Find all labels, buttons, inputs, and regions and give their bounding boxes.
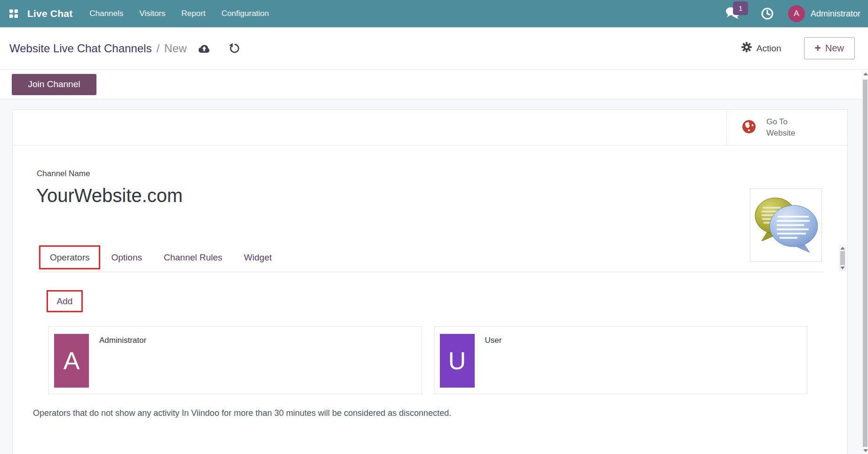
go-to-website-label: Go To Website [766, 116, 805, 139]
scroll-down-arrow-icon[interactable] [840, 267, 845, 269]
new-button[interactable]: + New [804, 37, 855, 59]
speech-bubbles-picture [753, 192, 819, 258]
new-button-label: New [825, 43, 844, 54]
messages-button[interactable]: 1 [725, 6, 740, 21]
operator-name: Administrator [99, 336, 146, 345]
notification-badge: 1 [733, 1, 748, 15]
menu-item-visitors[interactable]: Visitors [139, 9, 165, 18]
channel-name-label: Channel Name [37, 169, 824, 178]
add-operator-row: Add [47, 290, 824, 312]
main-menu: Channels Visitors Report Configuration [89, 9, 269, 18]
user-menu[interactable]: A Administrator [788, 5, 860, 22]
tab-options[interactable]: Options [100, 245, 152, 269]
plus-icon: + [815, 43, 821, 54]
scrollbar-thumb[interactable] [863, 80, 868, 447]
app-title[interactable]: Live Chat [27, 8, 72, 19]
discard-undo-icon[interactable] [228, 43, 239, 54]
menu-item-configuration[interactable]: Configuration [222, 9, 269, 18]
breadcrumb-separator: / [156, 42, 159, 55]
breadcrumb: Website Live Chat Channels / New [9, 42, 239, 55]
add-annotation-box: Add [47, 290, 83, 312]
breadcrumb-parent[interactable]: Website Live Chat Channels [9, 42, 151, 55]
menu-item-report[interactable]: Report [182, 9, 206, 18]
action-menu-button[interactable]: Action [741, 42, 781, 55]
scroll-down-arrow-icon[interactable] [863, 449, 868, 452]
scroll-up-arrow-icon[interactable] [863, 73, 868, 75]
stat-button-box: Go To Website [13, 110, 847, 146]
scroll-up-arrow-icon[interactable] [840, 247, 845, 250]
control-panel-right: Action + New [741, 37, 855, 59]
tab-channel-rules[interactable]: Channel Rules [153, 245, 233, 269]
join-channel-button[interactable]: Join Channel [12, 74, 96, 95]
operator-cards: A Administrator U User [48, 326, 807, 394]
operator-avatar: A [54, 334, 89, 388]
navbar-left: Live Chat Channels Visitors Report Confi… [9, 8, 269, 19]
tab-operators[interactable]: Operators [39, 245, 100, 269]
operator-avatar: U [440, 334, 475, 388]
operators-help-text: Operators that do not show any activity … [33, 408, 824, 418]
notebook-tab-bar: Operators Options Channel Rules Widget [36, 245, 824, 272]
page-scrollbar[interactable] [862, 70, 868, 454]
form-body: Channel Name YourWebsite.com Operators O… [13, 169, 847, 418]
activity-clock-icon[interactable] [761, 7, 774, 20]
top-navbar: Live Chat Channels Visitors Report Confi… [0, 0, 868, 27]
menu-item-channels[interactable]: Channels [89, 9, 123, 18]
operator-name: User [485, 336, 502, 345]
go-to-website-button[interactable]: Go To Website [726, 110, 847, 145]
navbar-right: 1 A Administrator [725, 5, 860, 22]
control-panel: Website Live Chat Channels / New [0, 27, 868, 70]
operator-card-administrator[interactable]: A Administrator [48, 326, 422, 394]
save-cloud-icon[interactable] [198, 44, 210, 53]
form-view-background: Go To Website [0, 99, 868, 454]
form-inner-scrollbar[interactable] [838, 245, 846, 271]
tab-widget[interactable]: Widget [233, 245, 283, 269]
apps-grid-icon[interactable] [9, 9, 18, 18]
live-chat-app-window: Live Chat Channels Visitors Report Confi… [0, 0, 868, 454]
user-avatar: A [788, 5, 805, 22]
operator-card-user[interactable]: U User [434, 326, 808, 394]
channel-image[interactable] [750, 188, 822, 262]
scrollbar-thumb[interactable] [840, 251, 845, 265]
globe-icon [742, 120, 756, 136]
action-label: Action [757, 43, 781, 54]
user-name: Administrator [811, 9, 860, 19]
add-operator-button[interactable]: Add [48, 292, 81, 311]
form-sheet: Go To Website [12, 109, 848, 454]
form-statusbar: Join Channel [0, 70, 868, 99]
breadcrumb-current: New [164, 42, 187, 55]
channel-name-value[interactable]: YourWebsite.com [36, 184, 824, 207]
gear-icon [741, 42, 752, 55]
